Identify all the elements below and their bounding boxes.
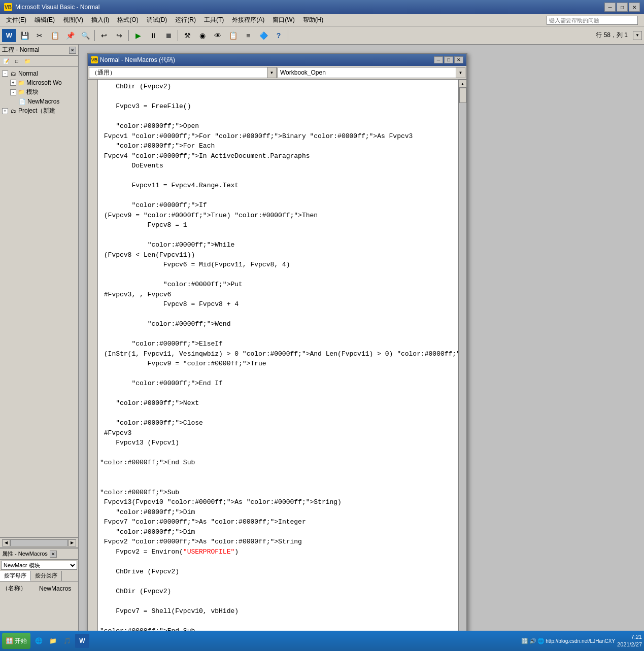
minimize-button[interactable]: ─: [604, 3, 616, 12]
toolbar-word-icon[interactable]: W: [2, 29, 16, 42]
menu-debug[interactable]: 调试(D): [143, 15, 172, 25]
project-view-form[interactable]: □: [12, 57, 22, 66]
taskbar-ie-icon[interactable]: 🌐: [32, 634, 45, 648]
props-label-name: （名称）: [2, 584, 39, 593]
project-view-code[interactable]: 📝: [1, 57, 11, 66]
scroll-track[interactable]: [459, 88, 466, 651]
dropdown-left-btn[interactable]: ▼: [267, 67, 276, 78]
menu-help[interactable]: 帮助(H): [299, 15, 328, 25]
main-layout: 工程 - Normal ✕ 📝 □ 📁 - 🗂 Normal + 📁: [0, 45, 644, 639]
title-bar-buttons: ─ □ ✕: [604, 3, 640, 12]
code-editor[interactable]: ChDir (Fvpcv2) Fvpcv3 = FreeFile() "colo…: [98, 80, 458, 651]
project-panel-close[interactable]: ✕: [69, 47, 76, 54]
toolbar-watch-btn[interactable]: 👁: [211, 29, 225, 42]
toolbar-bp-btn[interactable]: ◉: [195, 29, 210, 42]
toolbar-find-btn[interactable]: 🔍: [78, 29, 92, 42]
taskbar-explorer-icon[interactable]: 📁: [47, 634, 59, 648]
toolbar-stop-btn[interactable]: ⏹: [161, 29, 176, 42]
code-window-title-bar: VB Normal - NewMacros (代码) ─ □ ✕: [88, 54, 466, 66]
toolbar-pause-btn[interactable]: ⏸: [146, 29, 160, 42]
menu-addins[interactable]: 外接程序(A): [228, 15, 268, 25]
expand-mswo[interactable]: +: [10, 80, 16, 86]
project-toggle-folders[interactable]: 📁: [22, 57, 32, 66]
help-search[interactable]: [547, 16, 638, 25]
dropdown-left-text: （通用）: [89, 68, 267, 77]
props-content: （名称） NewMacros: [0, 581, 78, 595]
taskbar-word-icon[interactable]: W: [75, 634, 89, 648]
dropdown-right-btn[interactable]: ▼: [456, 67, 465, 78]
tree-item-normal[interactable]: - 🗂 Normal: [2, 69, 76, 78]
toolbar-help-btn[interactable]: ?: [272, 29, 286, 42]
scroll-thumb[interactable]: [459, 88, 466, 103]
menu-file[interactable]: 文件(E): [2, 15, 30, 25]
props-tab-alpha[interactable]: 按字母序: [0, 571, 31, 581]
tree-item-mswo[interactable]: + 📁 Microsoft Wo: [2, 78, 76, 87]
toolbar-undo-btn[interactable]: ↩: [97, 29, 111, 42]
menu-view[interactable]: 视图(V): [59, 15, 87, 25]
props-title: 属性 - NewMacros: [2, 550, 48, 558]
code-dropdown-right[interactable]: Workbook_Open ▼: [278, 67, 465, 78]
toolbar-locals-btn[interactable]: 📋: [226, 29, 240, 42]
title-bar: VB Microsoft Visual Basic - Normal ─ □ ✕: [0, 0, 644, 14]
toolbar-redo-btn[interactable]: ↪: [112, 29, 126, 42]
code-window-title: Normal - NewMacros (代码): [100, 56, 434, 64]
editor-area: VB Normal - NewMacros (代码) ─ □ ✕ （通用） ▼ …: [79, 45, 644, 639]
toolbar-sep2: [128, 30, 129, 41]
code-window-icon: VB: [91, 56, 98, 63]
clock-time: 7:21: [617, 633, 642, 641]
tree-item-project[interactable]: + 🗂 Project（新建: [2, 106, 76, 116]
props-tabs: 按字母序 按分类序: [0, 571, 78, 581]
toolbar-sep1: [94, 30, 95, 41]
project-label: Project（新建: [18, 107, 55, 115]
hscroll-track[interactable]: [10, 539, 68, 546]
project-panel-title: 工程 - Normal: [2, 46, 69, 54]
toolbar-cut-btn[interactable]: ✂: [32, 29, 47, 42]
app-icon: VB: [4, 3, 12, 11]
code-win-maximize[interactable]: □: [444, 56, 453, 63]
v-scrollbar: ▲ ▼: [458, 80, 466, 651]
network-icon: 🌐: [537, 638, 545, 644]
expand-modules[interactable]: -: [10, 89, 16, 95]
maximize-button[interactable]: □: [617, 3, 628, 12]
line-numbers: [88, 80, 98, 651]
toolbar-obj-btn[interactable]: 🔷: [256, 29, 270, 42]
code-win-minimize[interactable]: ─: [434, 56, 443, 63]
tree-item-modules[interactable]: - 📁 模块: [2, 87, 76, 97]
taskbar-media-icon[interactable]: 🎵: [61, 634, 73, 648]
status-dropdown[interactable]: ▼: [633, 31, 642, 40]
menu-insert[interactable]: 插入(I): [87, 15, 113, 25]
toolbar-paste-btn[interactable]: 📌: [63, 29, 77, 42]
menu-edit[interactable]: 编辑(E): [30, 15, 59, 25]
props-tab-category[interactable]: 按分类序: [31, 571, 62, 581]
expand-normal[interactable]: -: [2, 71, 8, 77]
taskbar-right: 🔡 🔊 🌐 http://blog.csdn.net/LJHanCXY 7:21…: [521, 633, 642, 649]
toolbar-immed-btn[interactable]: ≡: [241, 29, 255, 42]
toolbar-copy-btn[interactable]: 📋: [48, 29, 62, 42]
tree-item-newmacros[interactable]: 📄 NewMacros: [2, 97, 76, 106]
menu-format[interactable]: 格式(O): [113, 15, 142, 25]
code-win-close[interactable]: ✕: [454, 56, 463, 63]
modules-label: 模块: [26, 88, 39, 96]
toolbar-run-btn[interactable]: ▶: [131, 29, 145, 42]
menu-tools[interactable]: 工具(T): [200, 15, 228, 25]
toolbar-save-btn[interactable]: 💾: [17, 29, 31, 42]
props-close-btn[interactable]: ✕: [50, 551, 57, 558]
code-dropdown-left[interactable]: （通用） ▼: [89, 67, 277, 78]
toolbar-sep4: [288, 30, 288, 41]
expand-project[interactable]: +: [2, 108, 8, 114]
props-panel: 属性 - NewMacros ✕ NewMacr 模块 按字母序 按分类序 （名…: [0, 547, 78, 639]
toolbar-design-btn[interactable]: ⚒: [180, 29, 194, 42]
menu-run[interactable]: 运行(R): [171, 15, 200, 25]
scroll-up-btn[interactable]: ▲: [459, 80, 467, 88]
project-hscroll: ◀ ▶: [0, 537, 78, 547]
scroll-right-btn[interactable]: ▶: [68, 539, 76, 546]
project-icon: 🗂: [9, 107, 17, 115]
close-button[interactable]: ✕: [629, 3, 640, 12]
newmacros-icon: 📄: [18, 97, 26, 106]
code-content: ChDir (Fvpcv2) Fvpcv3 = FreeFile() "colo…: [88, 80, 466, 651]
menu-window[interactable]: 窗口(W): [268, 15, 298, 25]
props-header: 属性 - NewMacros ✕: [0, 549, 78, 560]
scroll-left-btn[interactable]: ◀: [2, 539, 10, 546]
start-button[interactable]: 🪟 开始: [2, 633, 30, 649]
props-module-select[interactable]: NewMacr 模块: [1, 561, 77, 570]
